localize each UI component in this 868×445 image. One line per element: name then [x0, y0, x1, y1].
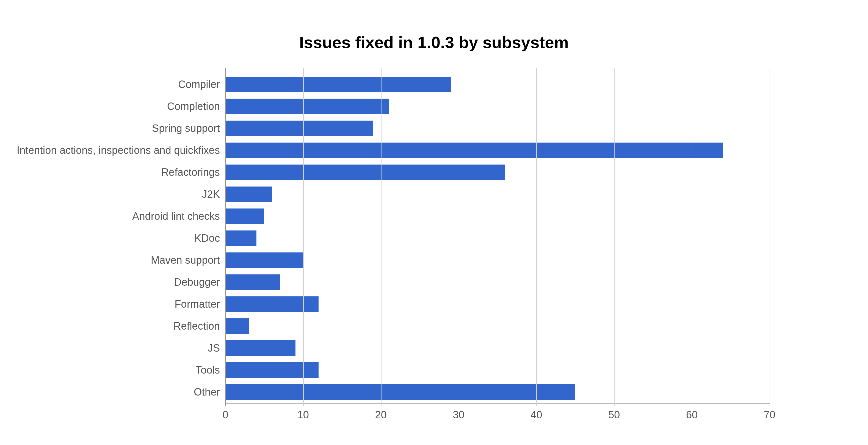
category-label: Compiler [178, 77, 220, 92]
bar [225, 318, 249, 334]
bar-row: Spring support [225, 118, 770, 140]
bar [225, 209, 264, 224]
category-label: Refactorings [161, 164, 220, 180]
bar [225, 187, 272, 202]
gridline [770, 68, 770, 406]
category-label: Other [194, 384, 220, 400]
category-label: Maven support [151, 252, 220, 268]
gridline [536, 68, 537, 406]
x-tick-label: 70 [764, 409, 775, 421]
bar [225, 164, 505, 180]
category-label: JS [208, 340, 220, 356]
bar-row: Maven support [225, 250, 770, 272]
bar-row: Reflection [225, 316, 770, 338]
bar-row: Debugger [225, 272, 770, 294]
bar [225, 362, 318, 378]
bars-group: CompilerCompletionSpring supportIntentio… [225, 74, 770, 404]
bar-row: KDoc [225, 228, 770, 250]
x-tick-label: 0 [222, 409, 228, 421]
bar-row: Android lint checks [225, 206, 770, 228]
bar-row: Other [225, 382, 770, 404]
chart-title: Issues fixed in 1.0.3 by subsystem [0, 33, 868, 52]
x-tick-label: 50 [608, 409, 620, 421]
bar [225, 121, 373, 136]
bar [225, 99, 389, 114]
chart-container: Issues fixed in 1.0.3 by subsystem Compi… [0, 0, 868, 445]
bar [225, 142, 723, 158]
x-tick-label: 20 [375, 409, 387, 421]
bar-row: Compiler [225, 74, 770, 96]
x-tick-label: 10 [298, 409, 309, 421]
gridline [459, 68, 459, 406]
category-label: KDoc [194, 230, 220, 246]
bar [225, 384, 575, 400]
plot-area: CompilerCompletionSpring supportIntentio… [225, 68, 770, 406]
bar [225, 230, 256, 246]
category-label: Completion [167, 99, 220, 114]
category-label: Debugger [174, 275, 220, 290]
bar-row: Formatter [225, 294, 770, 316]
x-tick-label: 30 [453, 409, 464, 421]
bar [225, 296, 318, 312]
category-label: Formatter [175, 296, 220, 312]
gridline [381, 68, 381, 406]
gridline [303, 68, 304, 406]
x-tick-labels: 010203040506070 [225, 409, 770, 425]
gridline [692, 68, 692, 406]
bar-row: Refactorings [225, 162, 770, 184]
bar-row: JS [225, 338, 770, 359]
gridline [225, 68, 226, 406]
bar-row: J2K [225, 184, 770, 206]
bar [225, 340, 296, 356]
category-label: Android lint checks [132, 209, 220, 224]
bar-row: Completion [225, 96, 770, 118]
category-label: Reflection [174, 318, 220, 334]
category-label: J2K [202, 187, 220, 202]
bar [225, 252, 303, 268]
bar-row: Tools [225, 359, 770, 382]
bar [225, 77, 451, 92]
bar [225, 275, 280, 290]
bar-row: Intention actions, inspections and quick… [225, 140, 770, 162]
x-tick-label: 60 [686, 409, 698, 421]
category-label: Intention actions, inspections and quick… [17, 142, 220, 158]
gridline [614, 68, 615, 406]
category-label: Spring support [152, 121, 220, 136]
x-tick-label: 40 [530, 409, 542, 421]
category-label: Tools [195, 362, 220, 378]
